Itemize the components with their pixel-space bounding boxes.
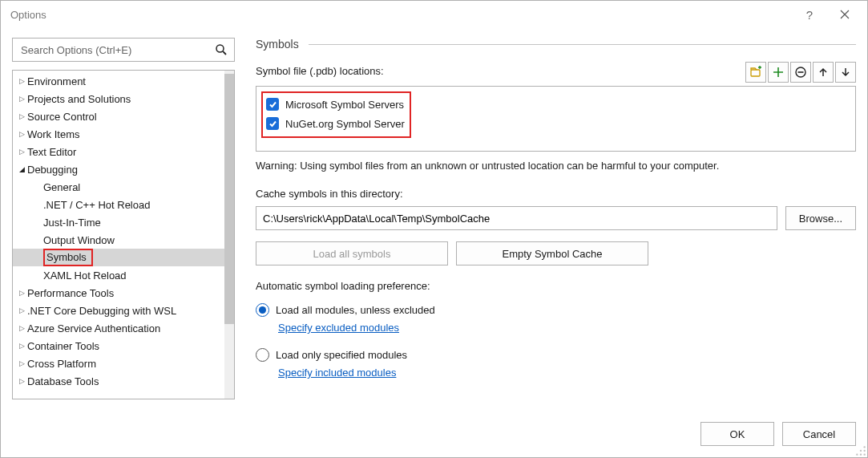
remove-button[interactable] bbox=[790, 62, 811, 83]
arrow-up-icon bbox=[818, 67, 829, 78]
tree-item[interactable]: ◢Debugging bbox=[13, 160, 224, 178]
arrow-down-icon bbox=[840, 67, 851, 78]
svg-point-3 bbox=[864, 446, 866, 448]
tree-item[interactable]: ▷Database Tools bbox=[13, 372, 224, 390]
svg-point-4 bbox=[864, 450, 866, 452]
warning-text: Warning: Using symbol files from an unkn… bbox=[256, 160, 856, 172]
move-up-button[interactable] bbox=[813, 62, 834, 83]
caret-right-icon: ▷ bbox=[16, 359, 27, 367]
search-box[interactable] bbox=[12, 38, 235, 62]
add-button[interactable] bbox=[768, 62, 789, 83]
tree-item-label: Cross Platform bbox=[27, 358, 96, 370]
load-all-symbols-button[interactable]: Load all symbols bbox=[256, 241, 448, 265]
tree-item[interactable]: ▷Cross Platform bbox=[13, 355, 224, 372]
move-down-button[interactable] bbox=[835, 62, 856, 83]
tree-item-label: Container Tools bbox=[27, 340, 99, 352]
tree-item-label: General bbox=[43, 181, 80, 193]
radio-load-specified-label: Load only specified modules bbox=[276, 349, 407, 361]
tree-item-label: .NET / C++ Hot Reload bbox=[43, 199, 150, 211]
resize-grip-icon[interactable] bbox=[855, 445, 866, 456]
symbol-location-item[interactable]: Microsoft Symbol Servers bbox=[266, 95, 405, 114]
tree-item[interactable]: ▷Container Tools bbox=[13, 337, 224, 355]
radio-load-specified-indicator bbox=[256, 348, 269, 362]
tree-item-label: Symbols bbox=[46, 251, 87, 263]
tree-item-label: Just-In-Time bbox=[43, 217, 101, 229]
checkbox-checked-icon bbox=[266, 117, 279, 130]
tree-item[interactable]: .NET / C++ Hot Reload bbox=[13, 196, 224, 213]
close-button[interactable] bbox=[827, 2, 862, 26]
caret-right-icon: ▷ bbox=[16, 377, 27, 385]
tree-item[interactable]: ▷Projects and Solutions bbox=[13, 90, 224, 107]
options-tree[interactable]: ▷Environment▷Projects and Solutions▷Sour… bbox=[13, 71, 224, 399]
tree-item-label: XAML Hot Reload bbox=[43, 270, 127, 282]
new-folder-icon bbox=[749, 66, 762, 79]
radio-load-all[interactable]: Load all modules, unless excluded bbox=[256, 303, 856, 317]
tree-item-label: Azure Service Authentication bbox=[27, 322, 160, 334]
browse-button[interactable]: Browse... bbox=[785, 206, 856, 230]
checkbox-checked-icon bbox=[266, 98, 279, 111]
ok-button[interactable]: OK bbox=[700, 422, 774, 446]
tree-item-label: Projects and Solutions bbox=[27, 93, 131, 105]
cache-path-input[interactable] bbox=[256, 206, 777, 230]
caret-down-icon: ◢ bbox=[16, 165, 27, 173]
radio-load-all-label: Load all modules, unless excluded bbox=[276, 304, 435, 316]
search-icon bbox=[213, 43, 229, 56]
caret-right-icon: ▷ bbox=[16, 77, 27, 85]
svg-point-5 bbox=[860, 450, 862, 452]
tree-item[interactable]: ▷.NET Core Debugging with WSL bbox=[13, 302, 224, 319]
auto-load-label: Automatic symbol loading preference: bbox=[256, 280, 856, 292]
window-title: Options bbox=[10, 9, 792, 21]
tree-item[interactable]: Output Window bbox=[13, 231, 224, 249]
caret-right-icon: ▷ bbox=[16, 130, 27, 138]
specify-excluded-link[interactable]: Specify excluded modules bbox=[278, 322, 856, 334]
tree-item-label: Performance Tools bbox=[27, 287, 114, 299]
tree-item[interactable]: Symbols bbox=[13, 249, 224, 266]
symbol-location-item[interactable]: NuGet.org Symbol Server bbox=[266, 114, 405, 133]
tree-item[interactable]: ▷Environment bbox=[13, 72, 224, 90]
cache-label: Cache symbols in this directory: bbox=[256, 188, 856, 200]
panel-heading: Symbols bbox=[256, 38, 299, 51]
new-folder-button[interactable] bbox=[745, 62, 766, 83]
caret-right-icon: ▷ bbox=[16, 112, 27, 120]
svg-point-0 bbox=[216, 45, 224, 52]
tree-scrollbar[interactable] bbox=[224, 71, 234, 399]
tree-item[interactable]: ▷Work Items bbox=[13, 125, 224, 143]
close-icon bbox=[840, 10, 850, 19]
symbol-location-label: NuGet.org Symbol Server bbox=[285, 118, 405, 130]
minus-circle-icon bbox=[794, 66, 807, 79]
tree-item[interactable]: ▷Performance Tools bbox=[13, 284, 224, 302]
tree-item[interactable]: ▷Source Control bbox=[13, 107, 224, 125]
tree-item-label: Work Items bbox=[27, 128, 80, 140]
tree-item-label: Source Control bbox=[27, 111, 97, 123]
caret-right-icon: ▷ bbox=[16, 342, 27, 350]
caret-right-icon: ▷ bbox=[16, 95, 27, 103]
symbol-location-label: Microsoft Symbol Servers bbox=[285, 99, 404, 111]
radio-load-all-indicator bbox=[256, 303, 269, 317]
scroll-thumb[interactable] bbox=[224, 74, 234, 324]
symbol-locations-list[interactable]: Microsoft Symbol ServersNuGet.org Symbol… bbox=[256, 86, 856, 152]
cancel-button[interactable]: Cancel bbox=[782, 422, 856, 446]
svg-point-7 bbox=[860, 454, 862, 456]
tree-item-label: Database Tools bbox=[27, 375, 99, 387]
tree-item[interactable]: XAML Hot Reload bbox=[13, 266, 224, 284]
specify-included-link[interactable]: Specify included modules bbox=[278, 367, 856, 379]
search-input[interactable] bbox=[19, 43, 213, 57]
svg-point-8 bbox=[856, 454, 858, 456]
tree-item-label: Debugging bbox=[27, 164, 78, 176]
empty-symbol-cache-button[interactable]: Empty Symbol Cache bbox=[456, 241, 648, 265]
tree-item[interactable]: Just-In-Time bbox=[13, 213, 224, 231]
tree-item-label: Output Window bbox=[43, 234, 115, 246]
tree-item[interactable]: ▷Text Editor bbox=[13, 143, 224, 160]
caret-right-icon: ▷ bbox=[16, 324, 27, 332]
tree-item-label: .NET Core Debugging with WSL bbox=[27, 305, 176, 317]
caret-right-icon: ▷ bbox=[16, 289, 27, 297]
radio-load-specified[interactable]: Load only specified modules bbox=[256, 348, 856, 362]
tree-item-label: Text Editor bbox=[27, 146, 76, 158]
caret-right-icon: ▷ bbox=[16, 148, 27, 156]
tree-item[interactable]: General bbox=[13, 178, 224, 196]
caret-right-icon: ▷ bbox=[16, 306, 27, 314]
help-button[interactable]: ? bbox=[792, 2, 827, 26]
heading-divider bbox=[309, 44, 856, 45]
svg-rect-1 bbox=[751, 70, 760, 76]
tree-item[interactable]: ▷Azure Service Authentication bbox=[13, 319, 224, 337]
